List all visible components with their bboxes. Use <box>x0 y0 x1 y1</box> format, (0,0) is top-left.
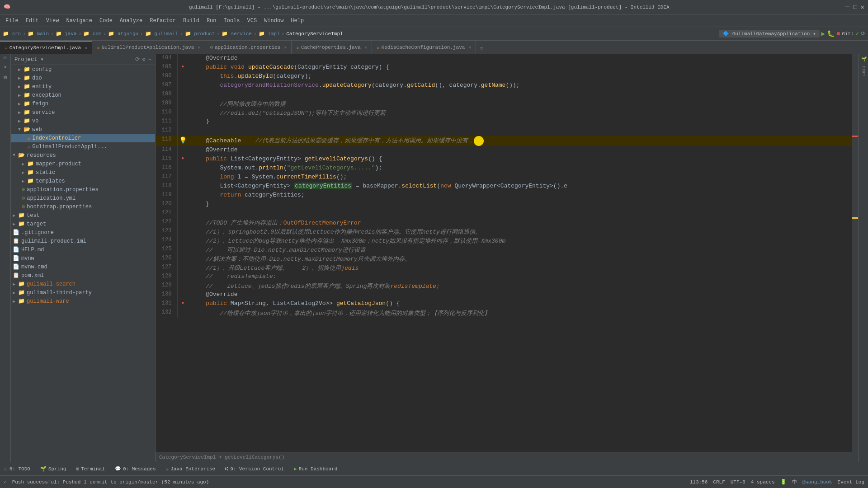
tree-item-gulimall-search[interactable]: ▶ 📁 gulimall-search <box>11 280 155 288</box>
tree-item-config[interactable]: ▶ 📁 config <box>11 65 155 74</box>
indent-setting[interactable]: 4 spaces <box>751 479 775 485</box>
spring-tab[interactable]: 🌱 Spring <box>38 465 68 473</box>
maximize-button[interactable]: □ <box>853 4 857 11</box>
menu-item-file[interactable]: File <box>2 16 22 25</box>
breadcrumb-main[interactable]: 📁 main <box>28 31 49 37</box>
status-icon: ✓ <box>4 479 7 485</box>
spring-icon[interactable]: 🌱 <box>861 56 866 61</box>
tab-close-icon-3[interactable]: ✕ <box>284 45 287 50</box>
tree-item-gulimall-third-party[interactable]: ▶ 📁 gulimall-third-party <box>11 288 155 297</box>
line-ending[interactable]: CRLF <box>713 479 725 485</box>
git-checkmark[interactable]: ✓ <box>856 30 859 37</box>
tab-close-icon-5[interactable]: ✕ <box>468 45 471 50</box>
tab-redis-cache-config[interactable]: ☕ RedisCacheConfiguration.java ✕ <box>372 41 476 54</box>
project-view-icon[interactable]: ≡ <box>2 56 9 59</box>
close-button[interactable]: ✕ <box>861 3 864 11</box>
tree-item-feign[interactable]: ▶ 📁 feign <box>11 99 155 108</box>
tab-close-icon[interactable]: ✕ <box>85 45 87 51</box>
breadcrumb-atguigu[interactable]: 📁 atguigu <box>108 31 138 37</box>
messages-tab[interactable]: 💬 0: Messages <box>113 465 158 473</box>
sidebar-settings-icon[interactable]: ⚙ <box>142 56 146 63</box>
tab-close-icon-2[interactable]: ✕ <box>198 45 200 50</box>
menu-item-refactor[interactable]: Refactor <box>146 16 179 25</box>
tab-cache-properties[interactable]: ☕ CacheProperties.java ✕ <box>292 41 372 54</box>
java-file-icon-3: ☕ <box>296 44 299 50</box>
menu-item-navigate[interactable]: Navigate <box>62 16 96 25</box>
breadcrumb-gulimall[interactable]: 📁 gulimall <box>145 31 178 37</box>
tree-item-entity[interactable]: ▶ 📁 entity <box>11 82 155 91</box>
terminal-tab[interactable]: ⊞ Terminal <box>74 465 106 473</box>
tree-item-mvnw[interactable]: 📄 mvnw <box>11 254 155 263</box>
menu-item-vcs[interactable]: VCS <box>244 16 261 25</box>
menu-item-code[interactable]: Code <box>96 16 116 25</box>
structure-icon[interactable]: ▤ <box>2 74 8 80</box>
sidebar-sync-icon[interactable]: ⟳ <box>135 56 140 63</box>
tab-app-properties[interactable]: ⚙ application.properties ✕ <box>205 41 292 54</box>
menu-item-window[interactable]: Window <box>260 16 287 25</box>
sidebar-collapse-icon[interactable]: − <box>148 56 151 63</box>
menu-item-tools[interactable]: Tools <box>220 16 244 25</box>
tab-more[interactable]: ≡ <box>476 43 487 54</box>
prop-file-icon: ⚙ <box>210 44 213 50</box>
tree-item-bootstrap[interactable]: ⚙ bootstrap.properties <box>11 202 155 211</box>
cursor-position[interactable]: 113:56 <box>690 479 708 485</box>
breadcrumb-product[interactable]: 📁 product <box>185 31 215 37</box>
tab-close-icon-4[interactable]: ✕ <box>364 45 367 50</box>
run-button[interactable]: ▶ <box>821 30 825 38</box>
tree-item-vo[interactable]: ▶ 📁 vo <box>11 117 155 125</box>
menu-item-view[interactable]: View <box>42 16 63 25</box>
tab-category-service-impl[interactable]: ☕ CategoryServiceImpl.java ✕ <box>0 41 92 54</box>
todo-tab[interactable]: ☑ 6: TODO <box>3 465 32 473</box>
menu-item-help[interactable]: Help <box>287 16 307 25</box>
stop-button[interactable]: ■ <box>836 30 840 38</box>
tree-item-mvnw-cmd[interactable]: 📄 mvnw.cmd <box>11 263 155 271</box>
tree-item-iml[interactable]: 📋 gulimall-product.iml <box>11 237 155 245</box>
tree-item-service[interactable]: ▶ 📁 service <box>11 108 155 117</box>
run-config-select[interactable]: 🔷 GulimallGatewayApplication ▾ <box>719 30 819 38</box>
tree-item-exception[interactable]: ▶ 📁 exception <box>11 91 155 99</box>
tree-item-mapper[interactable]: ▶ 📁 mapper.product <box>11 160 155 168</box>
breadcrumb-classname[interactable]: CategoryServiceImpl <box>286 31 343 37</box>
tree-item-web[interactable]: ▼ 📂 web <box>11 125 155 134</box>
tree-item-help[interactable]: 📄 HELP.md <box>11 245 155 254</box>
code-line-108: 108 <box>156 90 852 99</box>
breadcrumb-java[interactable]: 📁 java <box>56 31 77 37</box>
code-line-126: 126 //解决方案：不能使用-Dio.netty.maxDirectMemor… <box>156 254 852 263</box>
bulb-icon[interactable]: 💡 <box>179 137 187 144</box>
breadcrumb-src[interactable]: 📁 src <box>3 31 21 37</box>
code-scroll-area[interactable]: 104 @Override 105 ● public void updateCa… <box>156 54 852 452</box>
bean-validation-icon[interactable]: Bean <box>861 66 866 76</box>
java-enterprise-tab[interactable]: ☕ Java Enterprise <box>164 465 217 473</box>
breadcrumb-impl[interactable]: 📁 impl <box>259 31 280 37</box>
favorites-icon[interactable]: ★ <box>4 64 7 70</box>
code-line-118: 118 List<CategoryEntity> categoryEntitie… <box>156 182 852 191</box>
menu-item-edit[interactable]: Edit <box>22 16 42 25</box>
version-control-tab[interactable]: ⑆ 9: Version Control <box>223 465 286 473</box>
tab-gulimall-product-app[interactable]: ☕ GulimallProductApplication.java ✕ <box>92 41 205 54</box>
debug-button[interactable]: 🐛 <box>827 30 835 38</box>
tree-item-resources[interactable]: ▼ 📂 resources <box>11 151 155 160</box>
breadcrumb-service[interactable]: 📁 service <box>222 31 252 37</box>
tree-item-index-controller[interactable]: ☕ IndexController <box>11 134 155 142</box>
menu-item-analyze[interactable]: Analyze <box>116 16 146 25</box>
git-update[interactable]: ⟳ <box>861 30 865 37</box>
tree-item-test[interactable]: ▶ 📁 test <box>11 211 155 220</box>
tree-item-gulimall-ware[interactable]: ▶ 📁 gulimall-ware <box>11 297 155 305</box>
tree-item-target[interactable]: ▶ 📁 target <box>11 220 155 228</box>
encoding[interactable]: UTF-8 <box>731 479 745 485</box>
tree-item-pom[interactable]: 📋 pom.xml <box>11 271 155 280</box>
tree-item-app-yml[interactable]: ⚙ application.yml <box>11 194 155 202</box>
run-dashboard-tab[interactable]: ▶ Run Dashboard <box>292 465 339 473</box>
tree-item-static[interactable]: ▶ 📁 static <box>11 168 155 177</box>
tree-item-dao[interactable]: ▶ 📁 dao <box>11 74 155 82</box>
menu-item-build[interactable]: Build <box>179 16 203 25</box>
java-file-icon: ☕ <box>5 45 8 51</box>
tree-item-app-properties[interactable]: ⚙ application.properties <box>11 185 155 194</box>
tree-item-gitignore[interactable]: 📄 .gitignore <box>11 228 155 237</box>
tree-item-templates[interactable]: ▶ 📁 templates <box>11 177 155 185</box>
menu-item-run[interactable]: Run <box>203 16 220 25</box>
breadcrumb-com[interactable]: 📁 com <box>83 31 101 37</box>
tree-item-gulimall-product-app[interactable]: ☕ GulimallProductAppli... <box>11 142 155 151</box>
minimize-button[interactable]: ─ <box>845 3 850 11</box>
event-log[interactable]: Event Log <box>838 479 864 485</box>
